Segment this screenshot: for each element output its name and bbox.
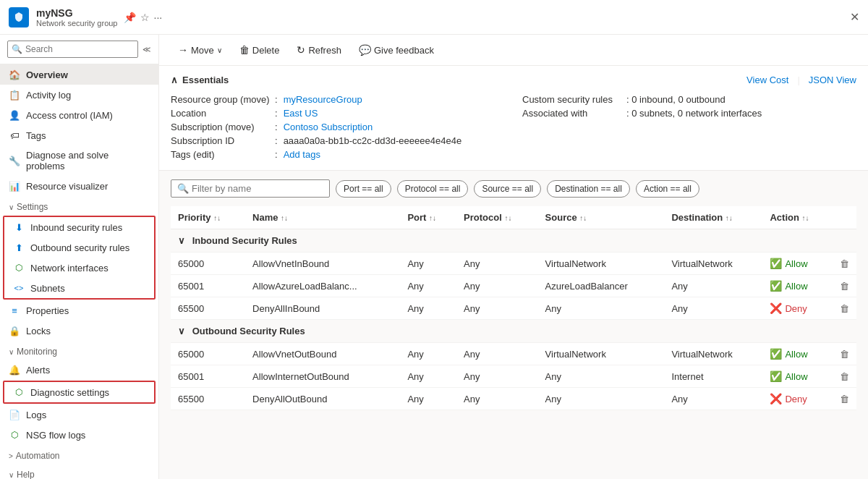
action-cell: ✅ Allow <box>762 253 833 275</box>
rules-table: Priority ↑↓ Name ↑↓ Port ↑↓ Protocol ↑↓ … <box>171 206 856 410</box>
table-row[interactable]: 65000 AllowVnetOutBound Any Any VirtualN… <box>171 343 856 365</box>
sidebar: 🔍 ≪ 🏠 Overview 📋 Activity log 👤 Access c… <box>0 35 159 479</box>
properties-icon: ≡ <box>9 305 20 316</box>
sidebar-item-locks[interactable]: 🔒 Locks <box>0 321 158 341</box>
rules-tbody: ∨ Inbound Security Rules 65000 AllowVnet… <box>171 229 856 410</box>
move-button[interactable]: → Move ∨ <box>171 41 229 59</box>
protocol-cell: Any <box>456 253 537 275</box>
name-cell: DenyAllInBound <box>245 297 400 320</box>
col-priority[interactable]: Priority ↑↓ <box>171 206 245 229</box>
section-help[interactable]: ∨ Help <box>0 464 158 479</box>
filter-chip-port[interactable]: Port == all <box>336 180 391 198</box>
source-cell: Any <box>538 297 665 320</box>
sidebar-item-tags[interactable]: 🏷 Tags <box>0 125 158 145</box>
col-action[interactable]: Action ↑↓ <box>762 206 833 229</box>
col-port[interactable]: Port ↑↓ <box>400 206 456 229</box>
outbound-expand-icon[interactable]: ∨ <box>178 326 185 336</box>
sidebar-item-nsg-flow-logs[interactable]: ⬡ NSG flow logs <box>0 425 158 445</box>
sidebar-item-resource-visualizer[interactable]: 📊 Resource visualizer <box>0 176 158 196</box>
filter-chip-action[interactable]: Action == all <box>636 180 699 198</box>
table-row[interactable]: 65001 AllowInternetOutBound Any Any Any … <box>171 365 856 388</box>
close-button[interactable]: ✕ <box>850 10 859 24</box>
inbound-icon: ⬇ <box>13 221 25 233</box>
col-destination[interactable]: Destination ↑↓ <box>664 206 762 229</box>
star-icon[interactable]: ☆ <box>140 12 150 23</box>
automation-chevron-icon: > <box>9 452 13 460</box>
table-row[interactable]: 65500 DenyAllOutBound Any Any Any Any ❌ … <box>171 388 856 410</box>
col-protocol[interactable]: Protocol ↑↓ <box>456 206 537 229</box>
table-row[interactable]: 65001 AllowAzureLoadBalanc... Any Any Az… <box>171 275 856 297</box>
rg-value[interactable]: myResourceGroup <box>284 94 362 105</box>
collapse-sidebar-button[interactable]: ≪ <box>142 45 151 54</box>
section-monitoring[interactable]: ∨ Monitoring <box>0 341 158 360</box>
sidebar-item-properties[interactable]: ≡ Properties <box>0 300 158 321</box>
filter-chip-protocol[interactable]: Protocol == all <box>397 180 469 198</box>
sidebar-item-network-interfaces[interactable]: ⬡ Network interfaces <box>4 258 154 278</box>
row-delete-button[interactable]: 🗑 <box>833 253 856 275</box>
row-delete-button[interactable]: 🗑 <box>833 275 856 297</box>
protocol-cell: Any <box>456 388 537 410</box>
tags-value[interactable]: Add tags <box>284 149 320 160</box>
json-view-link[interactable]: JSON View <box>809 75 856 85</box>
essentials-title[interactable]: ∧ Essentials <box>171 75 229 85</box>
filter-search-box[interactable]: 🔍 <box>171 179 330 198</box>
subscription-id-value: aaaa0a0a-bb1b-cc2c-dd3d-eeeeee4e4e4e <box>284 135 462 146</box>
name-cell: AllowInternetOutBound <box>245 365 400 388</box>
col-source[interactable]: Source ↑↓ <box>538 206 665 229</box>
row-delete-button[interactable]: 🗑 <box>833 297 856 320</box>
settings-section-label: Settings <box>17 202 48 212</box>
sidebar-item-activity-log[interactable]: 📋 Activity log <box>0 85 158 105</box>
destination-cell: Any <box>664 297 762 320</box>
source-cell: Any <box>538 388 665 410</box>
action-cell: ✅ Allow <box>762 343 833 365</box>
view-cost-link[interactable]: View Cost <box>746 75 788 85</box>
search-input[interactable] <box>7 41 138 58</box>
feedback-button[interactable]: 💬 Give feedback <box>352 41 441 59</box>
sidebar-search-icon: 🔍 <box>12 44 22 54</box>
logs-icon: 📄 <box>9 409 20 420</box>
location-value[interactable]: East US <box>284 108 318 119</box>
table-row[interactable]: 65500 DenyAllInBound Any Any Any Any ❌ D… <box>171 297 856 320</box>
outbound-section-header: ∨ Outbound Security Rules <box>171 320 856 343</box>
nsg-flow-logs-icon: ⬡ <box>9 429 20 441</box>
diagnostic-settings-icon: ⬡ <box>13 386 25 398</box>
allow-icon: ✅ <box>770 348 782 360</box>
protocol-cell: Any <box>456 365 537 388</box>
pin-icon[interactable]: 📌 <box>124 12 136 23</box>
row-delete-button[interactable]: 🗑 <box>833 388 856 410</box>
row-delete-button[interactable]: 🗑 <box>833 343 856 365</box>
sidebar-item-diagnostic-settings[interactable]: ⬡ Diagnostic settings <box>4 382 154 402</box>
sidebar-item-iam[interactable]: 👤 Access control (IAM) <box>0 105 158 125</box>
sidebar-item-logs[interactable]: 📄 Logs <box>0 404 158 425</box>
refresh-label: Refresh <box>308 45 341 56</box>
subscription-value[interactable]: Contoso Subscription <box>284 122 373 132</box>
outbound-section-label: Outbound Security Rules <box>192 326 305 336</box>
filter-search-input[interactable] <box>192 183 323 194</box>
col-name[interactable]: Name ↑↓ <box>245 206 400 229</box>
sidebar-label-locks: Locks <box>26 326 51 336</box>
section-settings[interactable]: ∨ Settings <box>0 196 158 215</box>
sidebar-item-alerts[interactable]: 🔔 Alerts <box>0 360 158 380</box>
row-delete-button[interactable]: 🗑 <box>833 365 856 388</box>
app-subtitle: Network security group <box>36 19 118 27</box>
more-icon[interactable]: ··· <box>154 12 163 23</box>
delete-button[interactable]: 🗑 Delete <box>232 41 287 59</box>
sidebar-item-subnets[interactable]: <> Subnets <box>4 278 154 298</box>
filter-chip-source[interactable]: Source == all <box>474 180 541 198</box>
location-label: Location <box>171 108 272 119</box>
inbound-expand-icon[interactable]: ∨ <box>178 235 185 246</box>
sidebar-label-alerts: Alerts <box>26 365 50 376</box>
refresh-button[interactable]: ↻ Refresh <box>289 41 349 59</box>
deny-icon: ❌ <box>770 302 782 314</box>
filter-chip-destination[interactable]: Destination == all <box>547 180 630 198</box>
section-automation[interactable]: > Automation <box>0 445 158 464</box>
content-area: → Move ∨ 🗑 Delete ↻ Refresh 💬 Give feedb… <box>159 35 868 479</box>
table-row[interactable]: 65000 AllowVnetInBound Any Any VirtualNe… <box>171 253 856 275</box>
sidebar-item-diagnose[interactable]: 🔧 Diagnose and solve problems <box>0 145 158 176</box>
sidebar-item-overview[interactable]: 🏠 Overview <box>0 64 158 85</box>
action-cell: ✅ Allow <box>762 275 833 297</box>
sidebar-item-outbound[interactable]: ⬆ Outbound security rules <box>4 237 154 258</box>
monitoring-chevron-icon: ∨ <box>9 348 14 356</box>
sidebar-item-inbound[interactable]: ⬇ Inbound security rules <box>4 217 154 237</box>
monitoring-section-label: Monitoring <box>17 347 57 357</box>
